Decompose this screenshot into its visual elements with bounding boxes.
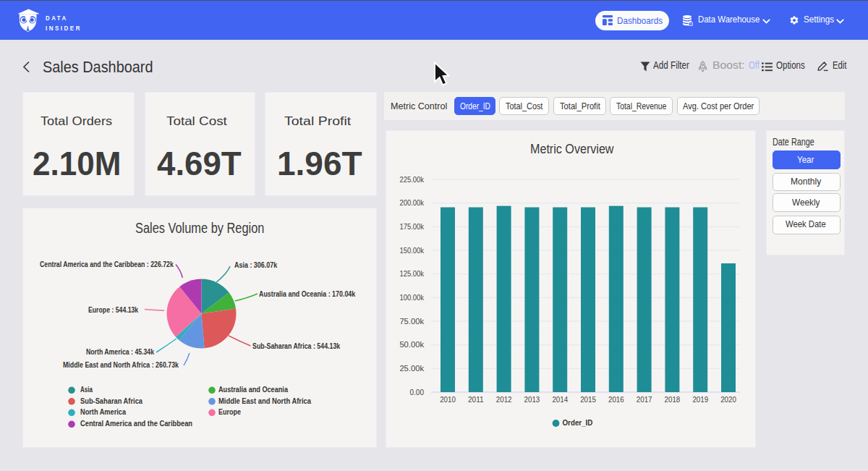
svg-text:Order_ID: Order_ID xyxy=(563,418,593,427)
svg-text:2020: 2020 xyxy=(720,395,736,404)
svg-text:150.00k: 150.00k xyxy=(399,246,424,255)
svg-text:50.00k: 50.00k xyxy=(399,340,424,349)
svg-text:0.00: 0.00 xyxy=(410,388,425,396)
svg-text:2010: 2010 xyxy=(440,395,456,404)
svg-text:2016: 2016 xyxy=(608,395,624,404)
svg-text:175.00k: 175.00k xyxy=(399,222,424,231)
svg-text:125.00k: 125.00k xyxy=(399,269,424,278)
svg-text:25.00k: 25.00k xyxy=(399,364,424,373)
svg-text:2017: 2017 xyxy=(637,395,652,404)
svg-text:2013: 2013 xyxy=(524,395,540,404)
svg-text:225.00k: 225.00k xyxy=(399,175,424,184)
svg-text:2015: 2015 xyxy=(580,395,596,404)
svg-text:100.00k: 100.00k xyxy=(399,293,424,302)
svg-text:2014: 2014 xyxy=(552,395,568,404)
svg-text:75.00k: 75.00k xyxy=(399,317,424,326)
svg-text:2012: 2012 xyxy=(496,395,512,404)
svg-text:2018: 2018 xyxy=(665,395,681,404)
svg-text:2019: 2019 xyxy=(692,395,708,404)
svg-text:2011: 2011 xyxy=(468,395,484,404)
svg-text:200.00k: 200.00k xyxy=(399,198,424,207)
